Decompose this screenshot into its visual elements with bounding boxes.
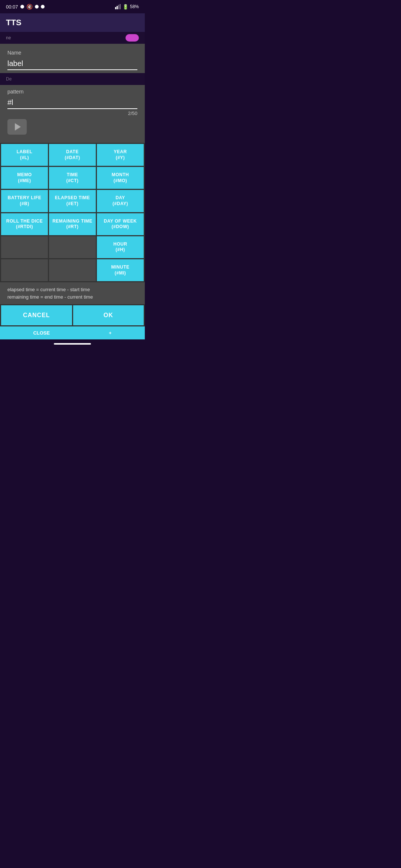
token-button-date[interactable]: DATE (#DAT) [49,144,96,166]
token-button-remaining[interactable]: REMAINING TIME (#RT) [49,213,96,235]
token-button-hour[interactable]: HOUR (#H) [97,236,144,258]
battery-level: 58% [130,4,139,9]
app-header: TTS [0,13,145,32]
info-line-1: elapsed time = current time - start time [7,286,137,293]
token-grid: LABEL (#L)DATE (#DAT)YEAR (#Y)MEMO (#ME)… [0,143,145,282]
svg-rect-3 [120,4,121,9]
plus-label: + [109,330,112,336]
token-button-rolldice[interactable]: ROLL THE DICE (#RTDI) [1,213,48,235]
pattern-label: pattern [7,89,137,95]
close-label: CLOSE [33,330,50,336]
play-button[interactable] [7,119,27,135]
signal-icon [115,4,121,9]
info-text-block: elapsed time = current time - start time… [0,282,145,304]
token-button-year[interactable]: YEAR (#Y) [97,144,144,166]
token-button-empty3 [1,259,48,281]
name-input[interactable] [7,58,137,70]
token-button-label[interactable]: LABEL (#L) [1,144,48,166]
cancel-button[interactable]: CANCEL [1,305,72,325]
svg-rect-1 [117,6,118,9]
modal-pattern-section: pattern 2/50 [0,85,145,141]
token-button-elapsed[interactable]: ELAPSED TIME (#ET) [49,190,96,212]
token-button-memo[interactable]: MEMO (#ME) [1,167,48,189]
token-button-dayofweek[interactable]: DAY OF WEEK (#DOW) [97,213,144,235]
dot-indicator-2 [35,5,39,9]
bg-dim-row-1: ne [0,32,145,44]
svg-rect-2 [118,5,119,9]
bg-dim-row-2: De [0,73,145,85]
dot-indicator-1 [20,5,24,9]
info-line-2: remaining time = end time - current time [7,293,137,301]
token-button-empty2 [49,236,96,258]
status-left: 00:07 🔇 [6,4,45,10]
svg-rect-0 [115,7,116,9]
home-bar [54,343,91,345]
home-indicator [0,339,145,348]
modal-name-section: Name [0,44,145,73]
name-label: Name [7,50,137,56]
token-button-battery[interactable]: BATTERY LIFE (#B) [1,190,48,212]
time-display: 00:07 [6,4,18,10]
bg-toggle [125,34,139,42]
bg-bottom-bar: CLOSE + [0,326,145,339]
battery-icon: 🔋 [123,4,128,10]
play-icon [15,123,21,131]
token-button-day[interactable]: DAY (#DAY) [97,190,144,212]
bg-name-label: ne [6,35,11,40]
token-button-empty4 [49,259,96,281]
ok-button[interactable]: OK [73,305,144,325]
status-right: 🔋 58% [115,4,139,10]
status-bar: 00:07 🔇 🔋 58% [0,0,145,13]
dot-indicator-3 [41,5,45,9]
token-button-minute[interactable]: MINUTE (#MI) [97,259,144,281]
mute-icon: 🔇 [26,4,33,10]
app-title: TTS [6,18,22,27]
bg-de-label: De [6,76,12,82]
char-count: 2/50 [7,111,137,116]
token-button-empty1 [1,236,48,258]
bottom-actions: CANCEL OK [0,304,145,326]
pattern-input[interactable] [7,97,137,109]
token-button-time[interactable]: TIME (#CT) [49,167,96,189]
token-button-month[interactable]: MONTH (#MO) [97,167,144,189]
